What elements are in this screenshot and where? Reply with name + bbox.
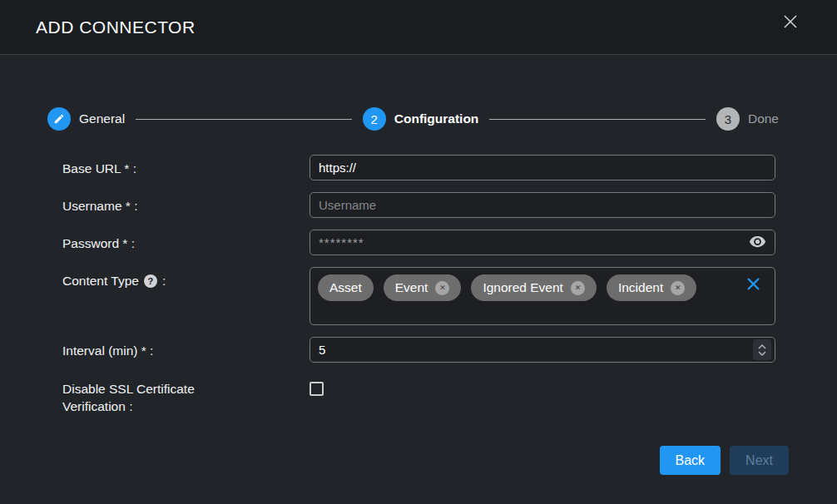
dialog-header: ADD CONNECTOR <box>0 0 837 55</box>
next-button[interactable]: Next <box>730 446 789 475</box>
close-icon[interactable] <box>780 12 800 32</box>
tag-ignored-event: Ignored Event ✕ <box>471 274 597 301</box>
interval-row: Interval (min) * : <box>62 337 775 363</box>
password-label: Password * : <box>62 230 310 252</box>
help-icon[interactable]: ? <box>144 274 157 288</box>
stepper-connector <box>136 119 352 120</box>
tag-event: Event ✕ <box>384 274 462 301</box>
step-done[interactable]: 3 Done <box>716 107 779 131</box>
connector-form: Base URL * : Username * : Password * : <box>62 155 775 415</box>
content-type-label: Content Type ?: <box>62 267 310 289</box>
dialog-footer: Back Next <box>0 446 789 475</box>
content-type-multiselect[interactable]: Asset Event ✕ Ignored Event ✕ Incident ✕ <box>310 267 775 325</box>
base-url-label: Base URL * : <box>62 155 310 177</box>
username-label: Username * : <box>62 192 310 215</box>
step-general-label: General <box>79 111 125 126</box>
interval-input[interactable] <box>310 337 775 363</box>
add-connector-dialog: ADD CONNECTOR General 2 Configuration 3 … <box>0 0 837 504</box>
step-configuration[interactable]: 2 Configuration <box>363 107 479 131</box>
step-done-number: 3 <box>716 107 740 131</box>
dialog-title: ADD CONNECTOR <box>36 17 196 37</box>
pencil-icon <box>47 107 71 131</box>
wizard-stepper: General 2 Configuration 3 Done <box>47 107 779 131</box>
remove-tag-icon[interactable]: ✕ <box>571 281 585 295</box>
ssl-label: Disable SSL Certificate Verification : <box>62 380 241 415</box>
username-row: Username * : <box>62 192 775 218</box>
step-configuration-label: Configuration <box>394 111 479 126</box>
password-row: Password * : <box>62 230 775 255</box>
stepper-connector <box>489 119 706 120</box>
username-input[interactable] <box>310 192 775 218</box>
interval-label: Interval (min) * : <box>62 337 310 359</box>
base-url-input[interactable] <box>310 155 775 180</box>
back-button[interactable]: Back <box>660 446 721 475</box>
show-password-eye-icon[interactable] <box>749 235 766 253</box>
ssl-row: Disable SSL Certificate Verification : <box>62 380 775 415</box>
tag-incident: Incident ✕ <box>607 274 696 301</box>
content-type-row: Content Type ?: Asset Event ✕ Ignored Ev… <box>62 267 775 325</box>
base-url-row: Base URL * : <box>62 155 775 180</box>
remove-tag-icon[interactable]: ✕ <box>671 281 685 295</box>
chevron-down-icon <box>758 351 766 356</box>
content-type-colon: : <box>162 272 166 289</box>
tag-asset: Asset <box>318 274 374 301</box>
step-done-label: Done <box>748 111 779 126</box>
step-general[interactable]: General <box>47 107 125 131</box>
remove-tag-icon[interactable]: ✕ <box>435 281 449 295</box>
number-stepper[interactable] <box>753 339 771 360</box>
chevron-up-icon <box>758 344 766 349</box>
clear-all-icon[interactable] <box>746 277 760 294</box>
ssl-checkbox[interactable] <box>310 382 324 396</box>
password-input[interactable] <box>310 230 775 255</box>
step-configuration-number: 2 <box>363 107 386 131</box>
